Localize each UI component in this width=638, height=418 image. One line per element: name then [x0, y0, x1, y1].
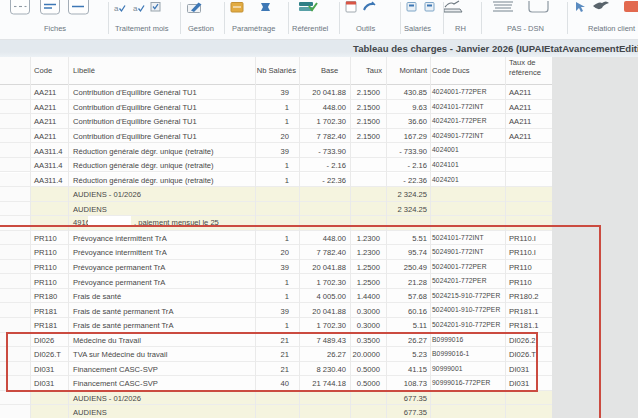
svg-text:a: a: [133, 4, 138, 13]
svg-text:a: a: [114, 4, 119, 13]
